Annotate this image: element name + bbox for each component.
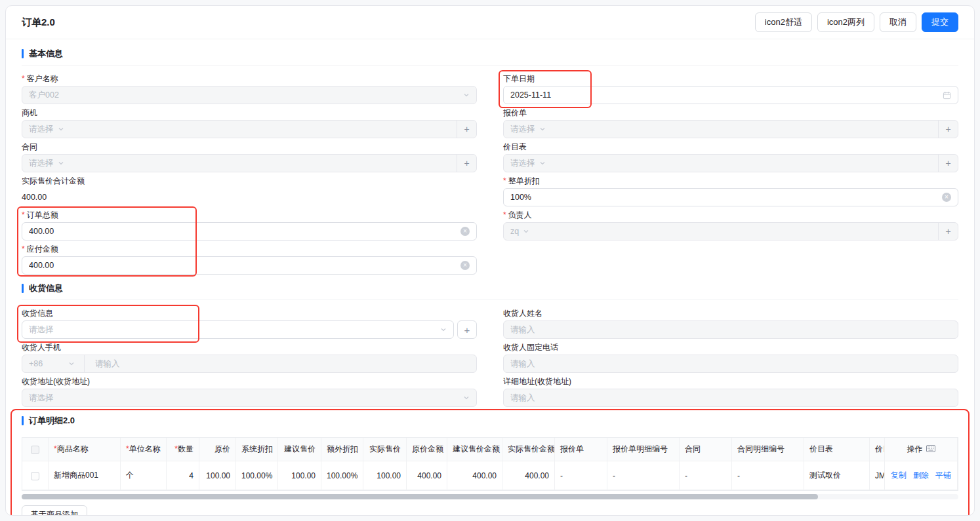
section-bar-icon [22, 416, 24, 425]
submit-button[interactable]: 提交 [922, 12, 958, 32]
cell-1: 个 [121, 461, 167, 490]
opportunity-select: 请选择 + [22, 120, 477, 138]
detail-address-input: 请输入 [503, 389, 958, 407]
plus-icon: + [945, 158, 950, 168]
clear-icon[interactable]: × [460, 227, 470, 236]
clear-icon[interactable]: × [942, 193, 951, 202]
cell-2: 4 [167, 461, 199, 490]
shipping-info-select[interactable]: 请选择 [22, 320, 454, 339]
field-receiver-phone: 收货人固定电话 请输入 [503, 342, 958, 373]
cell-5: 100.00 [278, 461, 321, 490]
header-checkbox-cell [22, 438, 49, 461]
chevron-down-icon [523, 228, 529, 235]
column-header-10: 实际售价金额 [502, 438, 555, 461]
country-code-select: +86 [22, 359, 80, 368]
field-shipping-address: 收货地址(收货地址) 请选择 [22, 376, 477, 407]
chevron-down-icon [440, 326, 447, 333]
field-quote: 报价单 请选择 + [503, 107, 958, 138]
whole-discount-input[interactable]: 100% × [503, 188, 958, 206]
required-mark: * [503, 176, 506, 185]
column-header-15: 价目表 [804, 438, 870, 461]
column-header-8: 原价金额 [407, 438, 447, 461]
order-details-table: *商品名称*单位名称*数量原价系统折扣建议售价额外折扣实际售价原价金额建议售价金… [22, 438, 958, 490]
cell-0: 新增商品001 [49, 461, 121, 490]
field-order-amount: *订单总额 400.00 × [22, 210, 477, 241]
field-contract: 合同 请选择 + [22, 142, 477, 172]
add-opportunity-button: + [457, 121, 476, 138]
column-header-14: 合同明细编号 [732, 438, 804, 461]
cell-4: 100.00% [236, 461, 278, 490]
column-header-5: 建议售价 [278, 438, 321, 461]
amounts-group: *订单总额 400.00 × *应付金额 400.00 × [22, 210, 477, 275]
field-shipping-info: 收货信息 请选择 + [22, 308, 477, 339]
field-customer: *客户名称 客户002 [22, 73, 477, 104]
chevron-down-icon [539, 126, 546, 132]
cell-14: - [732, 461, 804, 490]
order-amount-input[interactable]: 400.00 × [22, 222, 477, 241]
required-mark: * [503, 210, 506, 220]
plus-icon: + [945, 124, 950, 134]
cell-7: 100.00 [363, 461, 407, 490]
plus-icon: + [464, 324, 470, 336]
add-price-list-button: + [938, 155, 958, 172]
add-contract-button: + [457, 155, 476, 172]
field-actual-total: 实际售价合计金额 400.00 [22, 176, 477, 206]
comfort-mode-button[interactable]: icon2舒适 [755, 12, 812, 32]
plus-icon: + [464, 158, 469, 168]
two-column-mode-button[interactable]: icon2两列 [817, 12, 874, 32]
chevron-down-icon [463, 92, 470, 98]
field-order-date: 下单日期 2025-11-11 [503, 73, 958, 104]
shipping-address-select: 请选择 [22, 389, 477, 407]
order-date-input[interactable]: 2025-11-11 [503, 86, 958, 104]
section-title-details: 订单明细2.0 [22, 410, 958, 432]
toolbar: icon2舒适 icon2两列 取消 提交 [755, 12, 958, 32]
column-header-0: *商品名称 [49, 438, 121, 461]
field-whole-discount: *整单折扣 100% × [503, 176, 958, 206]
cell-8: 400.00 [407, 461, 447, 490]
cell-15: 测试取价 [804, 461, 870, 490]
actual-total-value: 400.00 [22, 188, 477, 206]
chevron-down-icon [58, 160, 64, 166]
clear-icon[interactable]: × [460, 261, 470, 270]
add-by-product-button[interactable]: 基于商品添加 [22, 505, 87, 516]
receiver-mobile-input: +86 请输入 [22, 355, 477, 373]
delete-link[interactable]: 删除 [913, 470, 929, 481]
column-header-12: 报价单明细编号 [607, 438, 680, 461]
column-header-17: 操作 [884, 438, 958, 461]
required-mark: * [22, 244, 25, 254]
owner-select: zq + [503, 222, 958, 241]
chevron-down-icon [58, 126, 64, 132]
shipping-grid: 收货信息 请选择 + 收货人手机 +86 [22, 308, 958, 410]
column-header-2: *数量 [167, 438, 199, 461]
cancel-button[interactable]: 取消 [880, 12, 916, 32]
add-quote-button: + [938, 121, 958, 138]
page-title: 订单2.0 [22, 16, 55, 29]
cell-3: 100.00 [199, 461, 236, 490]
quote-select: 请选择 + [503, 120, 958, 138]
customer-select: 客户002 [22, 86, 477, 104]
table-row: 新增商品001个4100.00100.00%100.00100.00%100.0… [22, 461, 958, 490]
field-payable-amount: *应付金额 400.00 × [22, 244, 477, 275]
section-bar-icon [22, 49, 24, 58]
tile-link[interactable]: 平铺 [935, 470, 951, 481]
copy-link[interactable]: 复制 [891, 470, 907, 481]
calendar-icon[interactable] [943, 91, 951, 100]
section-title-basic: 基本信息 [22, 43, 958, 66]
select-all-checkbox[interactable] [31, 446, 39, 454]
column-header-6: 额外折扣 [321, 438, 363, 461]
scrollbar-thumb[interactable] [22, 494, 818, 499]
row-checkbox[interactable] [31, 472, 39, 480]
column-settings-icon[interactable] [926, 445, 935, 452]
cell-9: 400.00 [447, 461, 502, 490]
cell-6: 100.00% [321, 461, 363, 490]
add-shipping-info-button[interactable]: + [457, 320, 477, 339]
field-detail-address: 详细地址(收货地址) 请输入 [503, 376, 958, 407]
column-header-7: 实际售价 [363, 438, 407, 461]
basic-grid: *客户名称 客户002 商机 请选择 + 合同 [22, 73, 958, 278]
field-opportunity: 商机 请选择 + [22, 107, 477, 138]
plus-icon: + [945, 226, 950, 237]
column-header-9: 建议售价金额 [447, 438, 502, 461]
column-header-3: 原价 [199, 438, 236, 461]
payable-amount-input[interactable]: 400.00 × [22, 256, 477, 275]
price-list-select: 请选择 + [503, 154, 958, 172]
